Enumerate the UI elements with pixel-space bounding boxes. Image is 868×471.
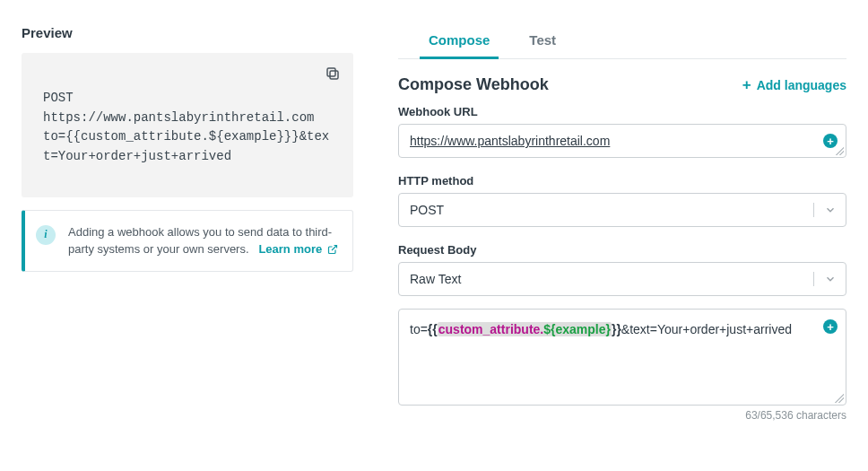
http-method-value: POST	[410, 203, 455, 217]
tab-compose[interactable]: Compose	[425, 25, 493, 58]
info-icon: i	[36, 225, 56, 245]
preview-title: Preview	[22, 25, 353, 40]
add-languages-button[interactable]: + Add languages	[742, 77, 846, 92]
add-languages-label: Add languages	[757, 78, 846, 92]
http-method-select[interactable]: POST	[398, 193, 846, 227]
chevron-down-icon	[813, 272, 846, 286]
svg-rect-0	[330, 71, 338, 79]
external-link-icon	[327, 244, 338, 255]
resize-handle-icon[interactable]	[835, 394, 844, 403]
body-type-select[interactable]: Raw Text	[398, 262, 846, 296]
preview-content: POST https://www.pantslabyrinthretail.co…	[43, 89, 332, 167]
method-label: HTTP method	[398, 174, 846, 188]
character-count: 63/65,536 characters	[398, 409, 846, 422]
tabs: Compose Test	[398, 25, 846, 59]
body-label: Request Body	[398, 243, 846, 257]
preview-panel: POST https://www.pantslabyrinthretail.co…	[22, 53, 353, 197]
copy-icon[interactable]	[325, 65, 341, 82]
compose-heading: Compose Webhook	[398, 75, 549, 94]
request-body-editor[interactable]: to={{custom_attribute.${example}}}&text=…	[398, 309, 846, 406]
plus-icon: +	[742, 77, 751, 92]
add-personalization-icon[interactable]: +	[823, 319, 838, 334]
body-placeholder-token: ${example}	[543, 322, 611, 336]
body-prefix: to=	[410, 322, 428, 336]
body-suffix: &text=Your+order+just+arrived	[621, 322, 792, 336]
webhook-url-input[interactable]	[398, 124, 846, 158]
learn-more-link[interactable]: Learn more	[258, 242, 337, 256]
svg-rect-1	[327, 68, 335, 76]
url-label: Webhook URL	[398, 105, 846, 118]
body-type-value: Raw Text	[410, 272, 472, 286]
resize-handle-icon[interactable]	[835, 146, 844, 155]
body-brace-open: {{	[428, 322, 438, 336]
learn-more-label: Learn more	[258, 242, 322, 256]
chevron-down-icon	[813, 203, 846, 217]
tab-test[interactable]: Test	[525, 25, 560, 58]
body-brace-close: }}	[612, 322, 621, 336]
info-callout: i Adding a webhook allows you to send da…	[22, 210, 353, 272]
body-attr-token: custom_attribute	[438, 322, 541, 336]
